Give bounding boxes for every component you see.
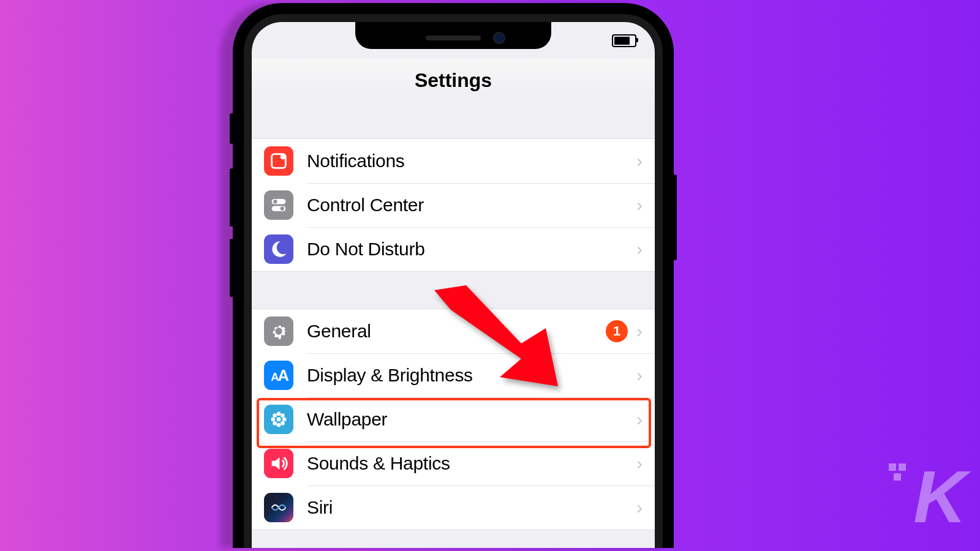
row-label: Control Center [307, 195, 636, 216]
siri-icon [264, 493, 293, 522]
row-sounds-haptics[interactable]: Sounds & Haptics › [252, 441, 655, 485]
notch [355, 22, 551, 49]
flower-icon [264, 405, 293, 434]
row-siri[interactable]: Siri › [252, 485, 655, 530]
mute-switch [230, 113, 233, 144]
row-label: Siri [307, 497, 636, 518]
speaker-icon [264, 449, 293, 478]
svg-point-15 [273, 421, 277, 425]
watermark-text: K [913, 455, 962, 538]
gear-icon [264, 317, 293, 346]
volume-up-button [230, 168, 233, 227]
row-label: Notifications [307, 151, 636, 171]
chevron-right-icon: › [636, 239, 643, 260]
battery-icon [612, 34, 636, 47]
svg-point-12 [282, 418, 287, 422]
settings-list[interactable]: Notifications › Control Center › [252, 102, 655, 548]
chevron-right-icon: › [636, 195, 643, 216]
settings-group-1: Notifications › Control Center › [252, 138, 655, 272]
svg-point-13 [273, 413, 277, 418]
svg-point-5 [281, 207, 284, 211]
chevron-right-icon: › [636, 365, 643, 386]
row-notifications[interactable]: Notifications › [252, 139, 655, 183]
section-gap [252, 272, 655, 309]
svg-point-3 [273, 200, 277, 203]
chevron-right-icon: › [636, 151, 643, 171]
row-label: General [307, 321, 606, 342]
watermark-dots [889, 463, 907, 482]
power-button [673, 174, 677, 260]
row-display-brightness[interactable]: AA Display & Brightness › [252, 353, 655, 397]
row-wallpaper[interactable]: Wallpaper › [252, 397, 655, 441]
page-title: Settings [415, 69, 492, 92]
notifications-icon [264, 146, 293, 176]
svg-point-8 [277, 418, 281, 422]
row-general[interactable]: General 1 › [252, 309, 655, 353]
svg-point-9 [277, 412, 281, 416]
text-size-icon: AA [264, 361, 293, 390]
chevron-right-icon: › [636, 321, 643, 342]
row-label: Sounds & Haptics [307, 453, 636, 474]
phone-frame: Settings Notifications › [233, 3, 674, 548]
svg-point-16 [281, 421, 285, 425]
svg-text:A: A [278, 367, 289, 384]
chevron-right-icon: › [636, 497, 643, 518]
settings-group-2: General 1 › AA Display & Brightness › [252, 309, 655, 530]
row-label: Do Not Disturb [307, 239, 636, 260]
svg-point-11 [271, 418, 276, 422]
watermark: K [913, 454, 962, 539]
svg-point-10 [277, 423, 281, 427]
chevron-right-icon: › [636, 409, 643, 430]
nav-bar: Settings [252, 59, 655, 102]
row-label: Display & Brightness [307, 365, 636, 386]
svg-point-1 [281, 154, 286, 159]
svg-point-14 [281, 413, 285, 418]
screen: Settings Notifications › [252, 22, 655, 548]
moon-icon [264, 234, 293, 264]
section-gap [252, 102, 655, 138]
chevron-right-icon: › [636, 453, 643, 474]
row-control-center[interactable]: Control Center › [252, 183, 655, 227]
row-label: Wallpaper [307, 409, 636, 430]
background: Settings Notifications › [0, 0, 980, 551]
control-center-icon [264, 190, 293, 220]
row-do-not-disturb[interactable]: Do Not Disturb › [252, 227, 655, 271]
notification-badge: 1 [606, 320, 628, 342]
volume-down-button [230, 239, 233, 297]
